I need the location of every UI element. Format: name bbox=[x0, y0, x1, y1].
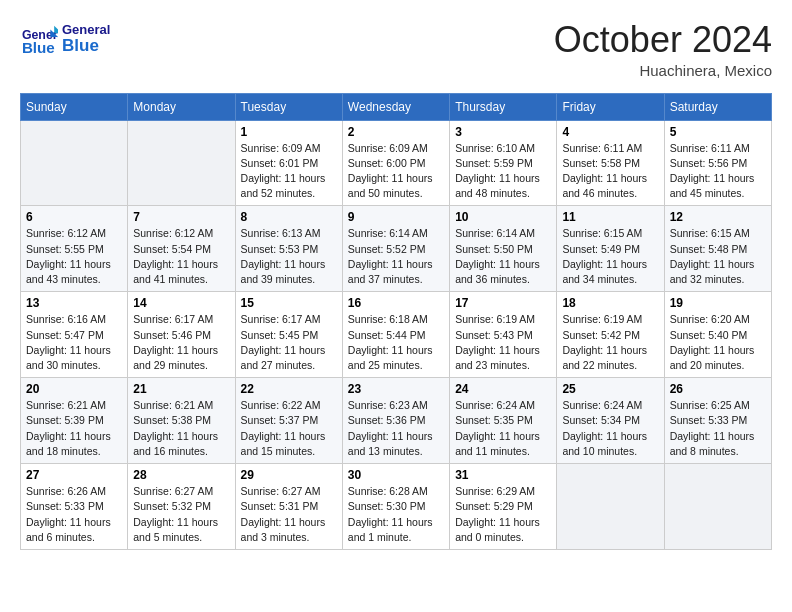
day-number: 30 bbox=[348, 468, 444, 482]
calendar-cell: 7Sunrise: 6:12 AM Sunset: 5:54 PM Daylig… bbox=[128, 206, 235, 292]
day-number: 26 bbox=[670, 382, 766, 396]
day-number: 2 bbox=[348, 125, 444, 139]
calendar-cell: 12Sunrise: 6:15 AM Sunset: 5:48 PM Dayli… bbox=[664, 206, 771, 292]
day-number: 22 bbox=[241, 382, 337, 396]
calendar-cell: 27Sunrise: 6:26 AM Sunset: 5:33 PM Dayli… bbox=[21, 464, 128, 550]
calendar-cell: 6Sunrise: 6:12 AM Sunset: 5:55 PM Daylig… bbox=[21, 206, 128, 292]
calendar-cell: 18Sunrise: 6:19 AM Sunset: 5:42 PM Dayli… bbox=[557, 292, 664, 378]
day-info: Sunrise: 6:16 AM Sunset: 5:47 PM Dayligh… bbox=[26, 312, 122, 373]
day-info: Sunrise: 6:14 AM Sunset: 5:52 PM Dayligh… bbox=[348, 226, 444, 287]
calendar-week-1: 1Sunrise: 6:09 AM Sunset: 6:01 PM Daylig… bbox=[21, 120, 772, 206]
day-info: Sunrise: 6:29 AM Sunset: 5:29 PM Dayligh… bbox=[455, 484, 551, 545]
calendar-cell: 20Sunrise: 6:21 AM Sunset: 5:39 PM Dayli… bbox=[21, 378, 128, 464]
calendar-cell: 8Sunrise: 6:13 AM Sunset: 5:53 PM Daylig… bbox=[235, 206, 342, 292]
header: General Blue General Blue October 2024 H… bbox=[20, 20, 772, 79]
day-number: 8 bbox=[241, 210, 337, 224]
col-monday: Monday bbox=[128, 93, 235, 120]
calendar-cell: 10Sunrise: 6:14 AM Sunset: 5:50 PM Dayli… bbox=[450, 206, 557, 292]
day-info: Sunrise: 6:22 AM Sunset: 5:37 PM Dayligh… bbox=[241, 398, 337, 459]
day-info: Sunrise: 6:28 AM Sunset: 5:30 PM Dayligh… bbox=[348, 484, 444, 545]
day-info: Sunrise: 6:23 AM Sunset: 5:36 PM Dayligh… bbox=[348, 398, 444, 459]
day-info: Sunrise: 6:24 AM Sunset: 5:35 PM Dayligh… bbox=[455, 398, 551, 459]
day-number: 29 bbox=[241, 468, 337, 482]
day-number: 31 bbox=[455, 468, 551, 482]
day-number: 10 bbox=[455, 210, 551, 224]
day-number: 28 bbox=[133, 468, 229, 482]
day-info: Sunrise: 6:20 AM Sunset: 5:40 PM Dayligh… bbox=[670, 312, 766, 373]
logo-blue-text: Blue bbox=[62, 37, 110, 56]
day-number: 5 bbox=[670, 125, 766, 139]
calendar-cell: 15Sunrise: 6:17 AM Sunset: 5:45 PM Dayli… bbox=[235, 292, 342, 378]
calendar-cell bbox=[128, 120, 235, 206]
title-block: October 2024 Huachinera, Mexico bbox=[554, 20, 772, 79]
calendar-cell: 19Sunrise: 6:20 AM Sunset: 5:40 PM Dayli… bbox=[664, 292, 771, 378]
day-info: Sunrise: 6:21 AM Sunset: 5:39 PM Dayligh… bbox=[26, 398, 122, 459]
calendar-cell: 14Sunrise: 6:17 AM Sunset: 5:46 PM Dayli… bbox=[128, 292, 235, 378]
day-number: 11 bbox=[562, 210, 658, 224]
calendar-header: Sunday Monday Tuesday Wednesday Thursday… bbox=[21, 93, 772, 120]
day-info: Sunrise: 6:21 AM Sunset: 5:38 PM Dayligh… bbox=[133, 398, 229, 459]
day-number: 16 bbox=[348, 296, 444, 310]
calendar-table: Sunday Monday Tuesday Wednesday Thursday… bbox=[20, 93, 772, 550]
day-info: Sunrise: 6:15 AM Sunset: 5:48 PM Dayligh… bbox=[670, 226, 766, 287]
calendar-cell: 2Sunrise: 6:09 AM Sunset: 6:00 PM Daylig… bbox=[342, 120, 449, 206]
calendar-cell: 26Sunrise: 6:25 AM Sunset: 5:33 PM Dayli… bbox=[664, 378, 771, 464]
col-tuesday: Tuesday bbox=[235, 93, 342, 120]
day-number: 27 bbox=[26, 468, 122, 482]
day-info: Sunrise: 6:17 AM Sunset: 5:45 PM Dayligh… bbox=[241, 312, 337, 373]
calendar-cell bbox=[21, 120, 128, 206]
day-info: Sunrise: 6:13 AM Sunset: 5:53 PM Dayligh… bbox=[241, 226, 337, 287]
calendar-week-3: 13Sunrise: 6:16 AM Sunset: 5:47 PM Dayli… bbox=[21, 292, 772, 378]
day-number: 3 bbox=[455, 125, 551, 139]
subtitle: Huachinera, Mexico bbox=[554, 62, 772, 79]
day-info: Sunrise: 6:15 AM Sunset: 5:49 PM Dayligh… bbox=[562, 226, 658, 287]
day-info: Sunrise: 6:12 AM Sunset: 5:54 PM Dayligh… bbox=[133, 226, 229, 287]
day-info: Sunrise: 6:19 AM Sunset: 5:43 PM Dayligh… bbox=[455, 312, 551, 373]
day-info: Sunrise: 6:19 AM Sunset: 5:42 PM Dayligh… bbox=[562, 312, 658, 373]
svg-marker-3 bbox=[54, 26, 58, 34]
day-number: 18 bbox=[562, 296, 658, 310]
day-info: Sunrise: 6:14 AM Sunset: 5:50 PM Dayligh… bbox=[455, 226, 551, 287]
calendar-cell: 21Sunrise: 6:21 AM Sunset: 5:38 PM Dayli… bbox=[128, 378, 235, 464]
col-friday: Friday bbox=[557, 93, 664, 120]
page: General Blue General Blue October 2024 H… bbox=[0, 0, 792, 560]
calendar-cell: 4Sunrise: 6:11 AM Sunset: 5:58 PM Daylig… bbox=[557, 120, 664, 206]
calendar-cell: 16Sunrise: 6:18 AM Sunset: 5:44 PM Dayli… bbox=[342, 292, 449, 378]
day-number: 6 bbox=[26, 210, 122, 224]
day-number: 24 bbox=[455, 382, 551, 396]
header-row: Sunday Monday Tuesday Wednesday Thursday… bbox=[21, 93, 772, 120]
calendar-week-2: 6Sunrise: 6:12 AM Sunset: 5:55 PM Daylig… bbox=[21, 206, 772, 292]
day-info: Sunrise: 6:27 AM Sunset: 5:32 PM Dayligh… bbox=[133, 484, 229, 545]
logo-icon: General Blue bbox=[20, 20, 58, 58]
day-number: 17 bbox=[455, 296, 551, 310]
calendar-cell: 17Sunrise: 6:19 AM Sunset: 5:43 PM Dayli… bbox=[450, 292, 557, 378]
calendar-cell: 29Sunrise: 6:27 AM Sunset: 5:31 PM Dayli… bbox=[235, 464, 342, 550]
day-info: Sunrise: 6:12 AM Sunset: 5:55 PM Dayligh… bbox=[26, 226, 122, 287]
calendar-cell: 31Sunrise: 6:29 AM Sunset: 5:29 PM Dayli… bbox=[450, 464, 557, 550]
day-number: 23 bbox=[348, 382, 444, 396]
day-number: 14 bbox=[133, 296, 229, 310]
day-info: Sunrise: 6:11 AM Sunset: 5:56 PM Dayligh… bbox=[670, 141, 766, 202]
day-info: Sunrise: 6:24 AM Sunset: 5:34 PM Dayligh… bbox=[562, 398, 658, 459]
day-info: Sunrise: 6:09 AM Sunset: 6:01 PM Dayligh… bbox=[241, 141, 337, 202]
day-info: Sunrise: 6:18 AM Sunset: 5:44 PM Dayligh… bbox=[348, 312, 444, 373]
month-title: October 2024 bbox=[554, 20, 772, 60]
day-number: 13 bbox=[26, 296, 122, 310]
day-number: 19 bbox=[670, 296, 766, 310]
logo-general-text: General bbox=[62, 23, 110, 37]
calendar-cell bbox=[664, 464, 771, 550]
day-number: 9 bbox=[348, 210, 444, 224]
calendar-cell: 23Sunrise: 6:23 AM Sunset: 5:36 PM Dayli… bbox=[342, 378, 449, 464]
calendar-cell bbox=[557, 464, 664, 550]
calendar-cell: 1Sunrise: 6:09 AM Sunset: 6:01 PM Daylig… bbox=[235, 120, 342, 206]
day-number: 15 bbox=[241, 296, 337, 310]
day-info: Sunrise: 6:10 AM Sunset: 5:59 PM Dayligh… bbox=[455, 141, 551, 202]
day-info: Sunrise: 6:26 AM Sunset: 5:33 PM Dayligh… bbox=[26, 484, 122, 545]
day-info: Sunrise: 6:17 AM Sunset: 5:46 PM Dayligh… bbox=[133, 312, 229, 373]
calendar-cell: 11Sunrise: 6:15 AM Sunset: 5:49 PM Dayli… bbox=[557, 206, 664, 292]
day-number: 25 bbox=[562, 382, 658, 396]
calendar-cell: 24Sunrise: 6:24 AM Sunset: 5:35 PM Dayli… bbox=[450, 378, 557, 464]
calendar-cell: 5Sunrise: 6:11 AM Sunset: 5:56 PM Daylig… bbox=[664, 120, 771, 206]
col-thursday: Thursday bbox=[450, 93, 557, 120]
day-info: Sunrise: 6:11 AM Sunset: 5:58 PM Dayligh… bbox=[562, 141, 658, 202]
